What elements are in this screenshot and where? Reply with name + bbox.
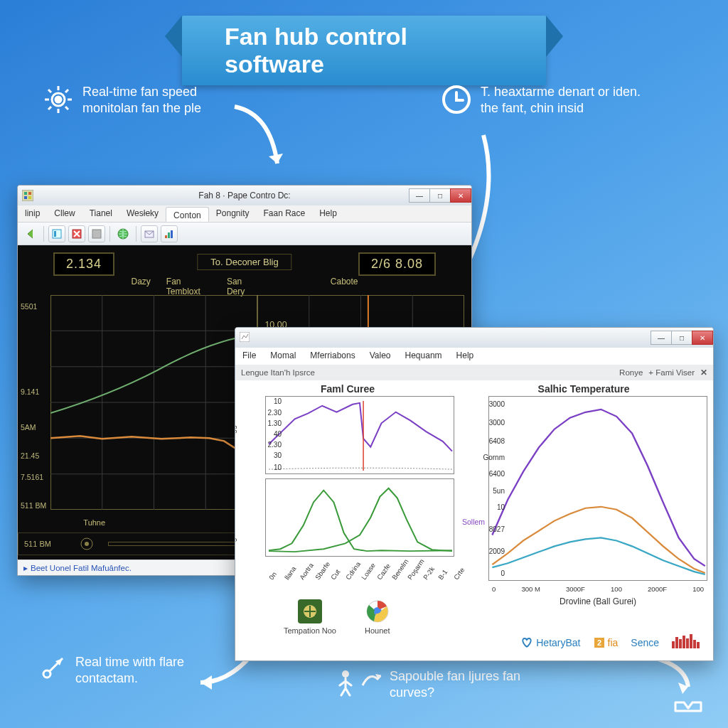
brand-bars-icon[interactable] bbox=[672, 634, 703, 651]
menu-item[interactable]: Mferriabons bbox=[303, 348, 362, 365]
svg-rect-10 bbox=[53, 230, 61, 238]
y-tick: 1.30 bbox=[268, 419, 282, 427]
toolbar-chart-button[interactable] bbox=[161, 225, 178, 242]
x-tick: 100 bbox=[692, 585, 704, 593]
readout-right: 2/6 8.08 bbox=[358, 252, 436, 276]
y-axis-label: Thamagge bbox=[235, 421, 237, 459]
chart-title-left: Faml Curee bbox=[241, 383, 454, 395]
back-window-titlebar[interactable]: Fah 8 · Pape Contro Dc: — □ ✕ bbox=[18, 186, 471, 205]
x-tick: 2000F bbox=[648, 585, 667, 593]
y-tick: 10 bbox=[497, 503, 505, 510]
toolbar-globe-button[interactable] bbox=[114, 225, 132, 242]
y-tick: 3000 bbox=[489, 400, 505, 408]
chart-salhic-temperature[interactable]: 3000 3000 6408 Gornm 6400 5un 10 8027 20… bbox=[488, 396, 707, 581]
series-label: San Dery bbox=[227, 277, 258, 296]
menu-item-active[interactable]: Conton bbox=[166, 207, 209, 222]
x-tick: 0 bbox=[492, 585, 496, 593]
brand-hetarybat[interactable]: HetaryBat bbox=[520, 636, 580, 649]
series-label: Cabote bbox=[331, 277, 358, 296]
menu-item[interactable]: Faan Race bbox=[256, 205, 312, 222]
footer-readout: 511 BM bbox=[24, 540, 51, 548]
close-button[interactable]: ✕ bbox=[692, 331, 713, 345]
y-tick: 9.141 bbox=[21, 387, 39, 396]
x-tick: Loase bbox=[360, 577, 366, 581]
svg-text:2: 2 bbox=[596, 638, 601, 647]
close-button[interactable]: ✕ bbox=[450, 188, 471, 203]
y-tick: 10 bbox=[274, 397, 282, 405]
toolbar-button[interactable] bbox=[88, 225, 105, 242]
menu-item[interactable]: Pongnity bbox=[209, 205, 257, 222]
minimize-button[interactable]: — bbox=[409, 188, 430, 203]
square-icon: 2 bbox=[594, 637, 605, 648]
brand-row: HetaryBat 2fia Sence bbox=[520, 634, 703, 651]
menu-item[interactable]: Valeo bbox=[363, 348, 398, 365]
close-icon[interactable]: ✕ bbox=[700, 368, 707, 378]
toolbar-stop-button[interactable] bbox=[68, 225, 85, 242]
callout-text: T. heaxtarme denart or iden. the fant, c… bbox=[481, 84, 644, 116]
svg-rect-5 bbox=[22, 190, 33, 201]
subheader-link[interactable]: Ronye bbox=[619, 368, 643, 377]
x-tick: Sbarfe bbox=[314, 577, 320, 581]
x-tick: 300 M bbox=[521, 585, 540, 593]
menu-item[interactable]: Help bbox=[449, 348, 481, 365]
x-tick: 3000F bbox=[566, 585, 585, 593]
brand-sence[interactable]: Sence bbox=[631, 637, 659, 648]
series-label: Fan Tembloxt bbox=[166, 277, 211, 296]
svg-rect-48 bbox=[690, 634, 692, 648]
y-tick: 511 BM bbox=[21, 501, 46, 510]
heart-icon bbox=[520, 636, 533, 649]
menu-item[interactable]: Tianel bbox=[82, 205, 119, 222]
minimize-button[interactable]: — bbox=[651, 331, 672, 345]
y-tick: 10 bbox=[274, 464, 282, 471]
menu-item[interactable]: Help bbox=[312, 205, 344, 222]
menu-item[interactable]: linip bbox=[18, 205, 47, 222]
app-shortcut[interactable]: Hounet bbox=[365, 599, 390, 635]
menu-item[interactable]: Momal bbox=[263, 348, 303, 365]
toolbar-button[interactable] bbox=[141, 225, 158, 242]
x-tick: Aortra bbox=[298, 577, 304, 581]
x-tick: Cut bbox=[329, 577, 336, 581]
x-tick: Cazfe bbox=[375, 577, 382, 581]
curve-arrow-icon bbox=[360, 668, 381, 690]
back-window-title: Fah 8 · Pape Contro Dc: bbox=[198, 191, 290, 200]
svg-point-1 bbox=[55, 97, 61, 102]
svg-rect-44 bbox=[675, 637, 678, 648]
x-tick: Poşarm bbox=[406, 577, 412, 581]
back-button[interactable] bbox=[22, 225, 39, 242]
svg-rect-45 bbox=[679, 639, 682, 648]
back-window-toolbar bbox=[18, 223, 471, 245]
maximize-button[interactable]: □ bbox=[671, 331, 692, 345]
svg-rect-17 bbox=[168, 232, 170, 238]
toolbar-button[interactable] bbox=[48, 225, 65, 242]
scope-title: To. Deconer Blig bbox=[197, 254, 291, 270]
menu-item[interactable]: Wesłeky bbox=[119, 205, 166, 222]
y-tick: 2009 bbox=[489, 547, 505, 555]
y-tick: 8027 bbox=[489, 525, 505, 532]
x-tick: P-2k bbox=[422, 577, 428, 581]
y-tick: 2.30 bbox=[268, 440, 282, 448]
x-tick: llana bbox=[283, 577, 289, 581]
maximize-button[interactable]: □ bbox=[429, 188, 451, 203]
svg-rect-49 bbox=[693, 640, 696, 648]
svg-rect-13 bbox=[92, 230, 101, 238]
subheader-link[interactable]: + Fami Viser bbox=[648, 368, 695, 377]
app-shortcut[interactable]: Tempation Noo bbox=[284, 599, 336, 635]
menu-item[interactable]: File bbox=[235, 348, 263, 365]
brand-fia[interactable]: 2fia bbox=[594, 637, 619, 648]
chart-faml-curee[interactable]: 10 2.30 1.30 40 2.30 30 10 bbox=[265, 396, 454, 474]
clock-icon bbox=[441, 84, 472, 115]
y-tick: 2.30 bbox=[268, 408, 282, 416]
svg-rect-46 bbox=[682, 636, 685, 648]
chart-pamogle[interactable]: 0n llana Aortra Sbarfe Cut Cdrina Loase … bbox=[265, 478, 454, 557]
front-window-titlebar[interactable]: — □ ✕ bbox=[235, 328, 713, 348]
menu-item[interactable]: Cllew bbox=[47, 205, 82, 222]
front-window-menubar: File Momal Mferriabons Valeo Hequanm Hel… bbox=[235, 348, 713, 365]
front-window-subheader: Lengue Itan'h Ipsrce Ronye + Fami Viser … bbox=[235, 365, 713, 380]
svg-rect-35 bbox=[240, 332, 250, 342]
menu-item[interactable]: Hequanm bbox=[398, 348, 449, 365]
subheader-text: Lengue Itan'h Ipsrce bbox=[241, 368, 315, 377]
dial-icon[interactable] bbox=[80, 537, 94, 551]
x-tick: Tuhne bbox=[83, 518, 105, 527]
hero-banner-title: Fan hub control software bbox=[182, 16, 546, 85]
y-axis-label: Pamogle N-tlisanter bbox=[235, 494, 237, 563]
